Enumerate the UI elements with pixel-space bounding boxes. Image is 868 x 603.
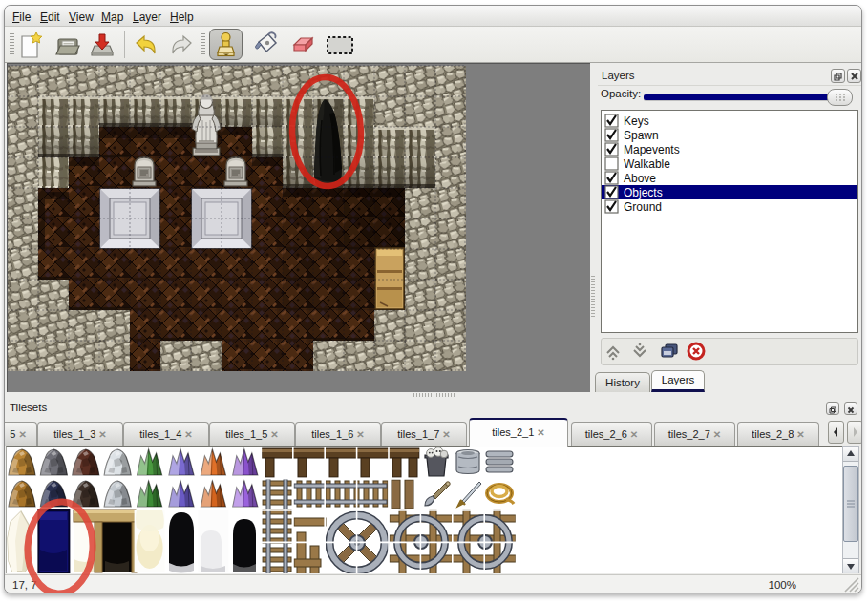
svg-text:Mapevents: Mapevents xyxy=(624,143,680,156)
svg-text:Keys: Keys xyxy=(624,114,649,128)
svg-text:Above: Above xyxy=(624,172,656,185)
svg-text:Walkable: Walkable xyxy=(624,157,670,171)
svg-text:Spawn: Spawn xyxy=(624,129,659,142)
svg-text:Objects: Objects xyxy=(624,186,663,199)
svg-text:Ground: Ground xyxy=(624,200,662,214)
